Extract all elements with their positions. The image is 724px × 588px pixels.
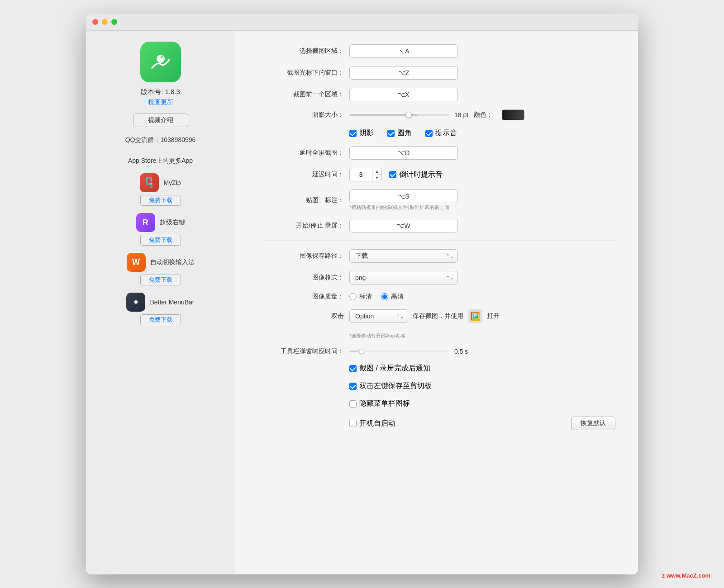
svg-point-0 [157, 55, 165, 63]
row-cursor-window: 截图光标下的窗口： ⌥Z [262, 66, 615, 80]
format-arrow: ⌃⌄ [446, 275, 454, 281]
version-text: 版本号: 1.8.3 [141, 88, 180, 96]
row-record: 开始/停止 录屏： ⌥W [262, 219, 615, 232]
row-double-click: 双击 Option ⌃⌄ 保存截图，并使用 🖼️ 打开 [262, 309, 615, 323]
menubar-name: Better MenuBar [150, 299, 194, 306]
option-select[interactable]: Option ⌃⌄ [349, 309, 408, 323]
notify-label: 截图 / 录屏完成后通知 [359, 364, 430, 373]
row-save-path: 图像保存路径： 下载 ⌃⌄ [262, 249, 615, 263]
maximize-button[interactable] [111, 19, 117, 25]
main-panel: 选择截图区域： ⌥A 截图光标下的窗口： ⌥Z 截图前一个区域： ⌥X 阴影大小… [235, 31, 638, 574]
shadow-label: 阴影大小： [262, 111, 344, 119]
countdown-checkbox[interactable] [389, 171, 396, 178]
open-hint: *选择自动打开的App名称 [349, 332, 405, 339]
shadow-checkbox[interactable] [349, 130, 357, 137]
dbl-save-checkbox[interactable] [349, 383, 357, 390]
notify-checkbox-item: 截图 / 录屏完成后通知 [349, 364, 430, 373]
startup-label: 开机自启动 [359, 419, 395, 428]
quality-sd-radio[interactable] [349, 293, 357, 300]
toolbar-slider[interactable] [349, 351, 449, 352]
quality-hd-label: 高清 [391, 293, 404, 301]
countdown-checkbox-item: 倒计时提示音 [389, 170, 443, 180]
cursor-window-shortcut[interactable]: ⌥Z [349, 66, 458, 80]
quality-hd-option[interactable]: 高清 [381, 293, 404, 301]
quality-sd-label: 标清 [359, 293, 372, 301]
sound-checkbox[interactable] [425, 130, 433, 137]
save-path-arrow: ⌃⌄ [446, 253, 454, 259]
hide-icon-label: 隐藏菜单栏图标 [359, 399, 410, 408]
format-select[interactable]: png ⌃⌄ [349, 271, 458, 285]
row-hide-icon: 隐藏菜单栏图标 [262, 399, 615, 408]
stepper-up[interactable]: ▲ [372, 168, 381, 175]
row-prev-region: 截图前一个区域： ⌥X [262, 88, 615, 101]
shadow-slider[interactable] [349, 114, 449, 116]
startup-checkbox-item: 开机自启动 [349, 419, 395, 428]
titlebar [86, 14, 638, 31]
round-checkbox[interactable] [387, 130, 395, 137]
hide-icon-checkbox-item: 隐藏菜单栏图标 [349, 399, 410, 408]
prev-region-shortcut[interactable]: ⌥X [349, 88, 458, 101]
minimize-button[interactable] [102, 19, 108, 25]
select-region-label: 选择截图区域： [262, 47, 344, 55]
row-quality: 图像质量： 标清 高清 [262, 293, 615, 301]
startup-checkbox[interactable] [349, 420, 357, 427]
quality-sd-option[interactable]: 标清 [349, 293, 372, 301]
record-label: 开始/停止 录屏： [262, 222, 344, 230]
more-apps-title: App Store上的更多App [128, 157, 193, 165]
delay-stepper[interactable]: 3 ▲ ▼ [349, 168, 382, 181]
app-item-superkey: R 超级右键 免费下载 [93, 213, 228, 246]
sticker-shortcut[interactable]: ⌥S [349, 190, 458, 203]
stepper-down[interactable]: ▼ [372, 175, 381, 181]
shadow-check-label: 阴影 [359, 128, 374, 138]
sidebar: 版本号: 1.8.3 检查更新 视频介绍 QQ交流群：1038980596 Ap… [86, 31, 235, 574]
update-link[interactable]: 检查更新 [148, 98, 173, 106]
close-button[interactable] [92, 19, 98, 25]
option-value: Option [355, 313, 374, 320]
sound-checkbox-item: 提示音 [425, 128, 457, 138]
row-startup: 开机自启动 恢复默认 [262, 417, 615, 430]
app-icon [140, 42, 181, 82]
inputmethod-download[interactable]: 免费下载 [140, 275, 181, 285]
record-shortcut[interactable]: ⌥W [349, 219, 458, 232]
notify-checkbox[interactable] [349, 365, 357, 372]
cursor-window-label: 截图光标下的窗口： [262, 69, 344, 77]
open-label: 打开 [487, 312, 500, 320]
row-format: 图像格式： png ⌃⌄ [262, 271, 615, 285]
sticker-label: 贴图、标注： [262, 196, 344, 204]
save-and-use-label: 保存截图，并使用 [413, 312, 463, 320]
restore-button[interactable]: 恢复默认 [571, 417, 615, 430]
toolbar-value: 0.5 s [454, 348, 468, 355]
color-label: 颜色： [474, 111, 493, 119]
save-path-label: 图像保存路径： [262, 252, 344, 260]
row-open-hint: *选择自动打开的App名称 [262, 332, 615, 339]
sticker-hint: *把粘贴板里的图像(或文件)贴到屏幕的最上面 [349, 204, 458, 211]
countdown-label: 倒计时提示音 [399, 170, 443, 180]
menubar-download[interactable]: 免费下载 [140, 314, 181, 325]
stepper-buttons: ▲ ▼ [372, 168, 381, 181]
myzip-name: MyZip [163, 179, 181, 186]
superkey-name: 超级右键 [160, 218, 185, 227]
color-swatch[interactable] [502, 109, 524, 120]
delay-time-label: 延迟时间： [262, 171, 344, 179]
double-click-row: Option ⌃⌄ 保存截图，并使用 🖼️ 打开 [349, 309, 500, 323]
watermark: z www.MacZ.com [662, 572, 710, 579]
app-item-inputmethod: W 自动切换输入法 免费下载 [93, 253, 228, 285]
inputmethod-icon: W [127, 253, 146, 272]
delay-fullscreen-label: 延时全屏截图： [262, 149, 344, 157]
sound-check-label: 提示音 [435, 128, 457, 138]
myzip-download[interactable]: 免费下载 [140, 195, 181, 206]
row-checkboxes: 阴影 圆角 提示音 [262, 128, 615, 138]
delay-fullscreen-shortcut[interactable]: ⌥D [349, 146, 458, 160]
quality-hd-radio[interactable] [381, 293, 388, 300]
watermark-suffix: www.MacZ.com [665, 572, 710, 579]
save-path-select[interactable]: 下载 ⌃⌄ [349, 249, 458, 263]
superkey-download[interactable]: 免费下载 [140, 235, 181, 246]
app-item-menubar: ✦ Better MenuBar 免费下载 [93, 293, 228, 325]
toolbar-label: 工具栏弹窗响应时间： [262, 347, 344, 356]
row-dbl-save: 双击左键保存至剪切板 [262, 381, 615, 391]
option-arrow: ⌃⌄ [396, 313, 404, 319]
select-region-shortcut[interactable]: ⌥A [349, 44, 458, 58]
hide-icon-checkbox[interactable] [349, 400, 357, 408]
inputmethod-name: 自动切换输入法 [150, 258, 195, 266]
intro-button[interactable]: 视频介绍 [133, 114, 188, 127]
